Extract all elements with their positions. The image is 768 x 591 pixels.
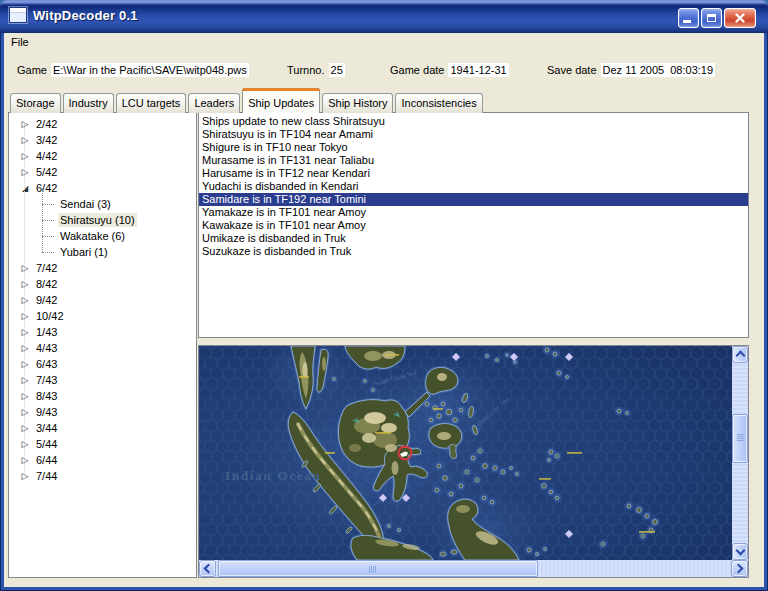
menu-file[interactable]: File	[4, 33, 36, 51]
game-date-value: 1941-12-31	[448, 63, 508, 77]
turn-info: Turnno. 25	[287, 62, 345, 78]
tree-item[interactable]: 3/44	[9, 420, 196, 436]
list-item[interactable]: Shiratsuyu is in TF104 near Amami	[199, 128, 748, 141]
tree-item[interactable]: 9/42	[9, 292, 196, 308]
tab[interactable]: Leaders	[188, 93, 240, 113]
tree-item[interactable]: 8/42	[9, 276, 196, 292]
minimize-icon	[683, 20, 691, 23]
tree-item[interactable]: Yubari (1)	[9, 244, 196, 260]
save-date-value: Dez 11 2005 08:03:19	[601, 63, 716, 77]
game-info: Game E:\War in the Pacific\SAVE\witp048.…	[17, 62, 249, 78]
turn-label: Turnno.	[287, 64, 329, 76]
scroll-up-button[interactable]	[732, 346, 748, 363]
title-bar[interactable]: WitpDecoder 0.1	[0, 0, 768, 33]
scroll-down-button[interactable]	[732, 543, 748, 560]
tree-item[interactable]: 7/44	[9, 468, 196, 484]
list-item[interactable]: Yamakaze is in TF101 near Amoy	[199, 206, 748, 219]
tab[interactable]: LCU targets	[116, 93, 187, 113]
save-date-info: Save date Dez 11 2005 08:03:19	[547, 62, 715, 78]
game-date-label: Game date	[390, 64, 448, 76]
scroll-left-button[interactable]	[199, 560, 216, 577]
list-item[interactable]: Murasame is in TF131 near Taliabu	[199, 154, 748, 167]
tree-item[interactable]: 5/44	[9, 436, 196, 452]
tab[interactable]: Industry	[63, 93, 114, 113]
tab[interactable]: Ship History	[322, 93, 393, 113]
list-item[interactable]: Kawakaze is in TF101 near Amoy	[199, 219, 748, 232]
tab[interactable]: Storage	[10, 93, 61, 113]
menu-bar: File	[4, 33, 764, 51]
close-button[interactable]	[724, 8, 756, 28]
app-window: WitpDecoder 0.1 File Game E:\War in the …	[0, 0, 768, 591]
tree-guide-line	[24, 124, 26, 476]
window-frame: File Game E:\War in the Pacific\SAVE\wit…	[0, 33, 768, 591]
tree-item[interactable]: Wakatake (6)	[9, 228, 196, 244]
thumb-grip	[369, 566, 376, 573]
vertical-scroll-thumb[interactable]	[732, 414, 748, 463]
minimize-button[interactable]	[678, 8, 699, 28]
chevron-left-icon	[204, 564, 214, 574]
map-panel: South China Sea Philippine Sea Indian Oc…	[198, 345, 749, 578]
tab[interactable]: Inconsistencies	[395, 93, 482, 113]
maximize-button[interactable]	[701, 8, 722, 28]
tree-item[interactable]: 3/42	[9, 132, 196, 148]
tree-item[interactable]: 7/43	[9, 372, 196, 388]
list-item[interactable]: Shigure is in TF10 near Tokyo	[199, 141, 748, 154]
map-vertical-scrollbar[interactable]	[732, 346, 748, 560]
app-icon	[9, 7, 27, 23]
info-bar: Game E:\War in the Pacific\SAVE\witp048.…	[4, 62, 764, 78]
tree-item[interactable]: 6/43	[9, 356, 196, 372]
scroll-right-button[interactable]	[731, 560, 748, 577]
tree-item[interactable]: Shiratsuyu (10)	[9, 212, 196, 228]
game-label: Game	[17, 64, 51, 76]
list-item[interactable]: Harusame is in TF12 near Kendari	[199, 167, 748, 180]
map-label-indian-ocean: Indian Ocean	[225, 468, 321, 483]
tab-strip: StorageIndustryLCU targetsLeadersShip Up…	[10, 88, 485, 113]
horizontal-scroll-thumb[interactable]	[218, 560, 538, 577]
list-item[interactable]: Ships update to new class Shiratsuyu	[199, 115, 748, 128]
class-tree-panel: 2/42 3/42 4/42	[8, 112, 197, 578]
game-path-value: E:\War in the Pacific\SAVE\witp048.pws	[51, 63, 249, 77]
tree-item[interactable]: Sendai (3)	[9, 196, 196, 212]
tree-item[interactable]: 1/43	[9, 324, 196, 340]
map-image[interactable]: South China Sea Philippine Sea Indian Oc…	[199, 346, 732, 560]
tree-item[interactable]: 6/44	[9, 452, 196, 468]
list-item[interactable]: Umikaze is disbanded in Truk	[199, 232, 748, 245]
tree-item[interactable]: 4/42	[9, 148, 196, 164]
tree-item[interactable]: 10/42	[9, 308, 196, 324]
tree-item[interactable]: 7/42	[9, 260, 196, 276]
client-area: File Game E:\War in the Pacific\SAVE\wit…	[4, 33, 764, 587]
tree-item[interactable]: 6/42	[9, 180, 196, 196]
list-item[interactable]: Suzukaze is disbanded in Truk	[199, 245, 748, 258]
ship-updates-panel: Ships update to new class ShiratsuyuShir…	[198, 112, 749, 338]
map-horizontal-scrollbar[interactable]	[199, 560, 748, 577]
tree-item[interactable]: 2/42	[9, 116, 196, 132]
list-item[interactable]: Yudachi is disbanded in Kendari	[199, 180, 748, 193]
class-tree: 2/42 3/42 4/42	[9, 113, 196, 484]
list-item[interactable]: Samidare is in TF192 near Tomini	[199, 193, 748, 206]
close-icon	[735, 13, 746, 24]
maximize-icon	[707, 14, 716, 22]
tab[interactable]: Ship Updates	[242, 88, 320, 113]
tree-item[interactable]: 4/43	[9, 340, 196, 356]
ship-updates-list: Ships update to new class ShiratsuyuShir…	[199, 113, 748, 258]
window-title: WitpDecoder 0.1	[33, 8, 138, 23]
save-date-label: Save date	[547, 64, 601, 76]
tree-item[interactable]: 9/43	[9, 404, 196, 420]
chevron-down-icon	[735, 546, 745, 556]
turn-value: 25	[329, 63, 345, 77]
game-date-info: Game date 1941-12-31	[390, 62, 509, 78]
tree-item[interactable]: 5/42	[9, 164, 196, 180]
chevron-up-icon	[735, 351, 745, 361]
thumb-grip	[737, 434, 744, 441]
chevron-right-icon	[734, 564, 744, 574]
tree-item[interactable]: 8/43	[9, 388, 196, 404]
